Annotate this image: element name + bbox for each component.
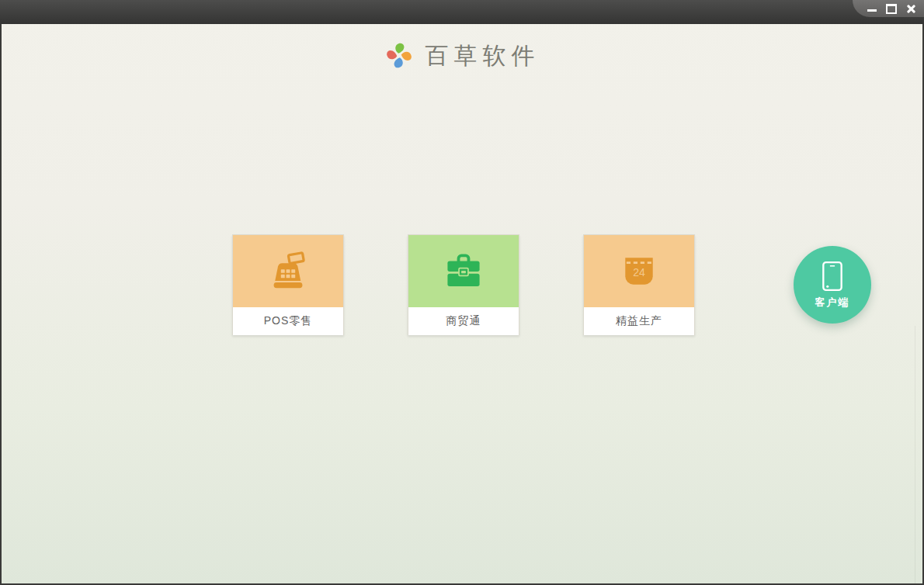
product-label: 精益生产 <box>584 307 694 335</box>
calendar-icon: 24 <box>620 252 658 291</box>
product-label: POS零售 <box>233 307 343 335</box>
maximize-icon <box>886 4 897 14</box>
product-tile <box>233 235 343 307</box>
cash-register-icon <box>268 251 308 292</box>
close-icon <box>906 4 916 14</box>
maximize-button[interactable] <box>886 2 897 15</box>
product-tile: 24 <box>584 235 694 307</box>
briefcase-icon <box>443 251 484 292</box>
product-card-trade[interactable]: 商贸通 <box>408 234 519 335</box>
app-header: 百草软件 <box>2 41 922 70</box>
app-window: 百草软件 POS零售 <box>0 0 924 585</box>
product-card-pos[interactable]: POS零售 <box>232 234 344 335</box>
client-badge-button[interactable]: 客户端 <box>794 246 871 324</box>
pinwheel-logo-icon <box>384 41 414 70</box>
minimize-button[interactable] <box>867 2 877 15</box>
minimize-icon <box>867 9 877 12</box>
client-badge-label: 客户端 <box>815 296 850 310</box>
close-button[interactable] <box>905 2 916 15</box>
window-controls <box>853 0 924 17</box>
calendar-day-number: 24 <box>633 265 645 278</box>
product-label: 商贸通 <box>408 307 519 335</box>
product-tile <box>408 235 519 307</box>
titlebar[interactable] <box>0 0 924 24</box>
product-card-lean[interactable]: 24 精益生产 <box>583 234 695 335</box>
app-title: 百草软件 <box>426 44 540 68</box>
smartphone-icon <box>822 260 843 292</box>
